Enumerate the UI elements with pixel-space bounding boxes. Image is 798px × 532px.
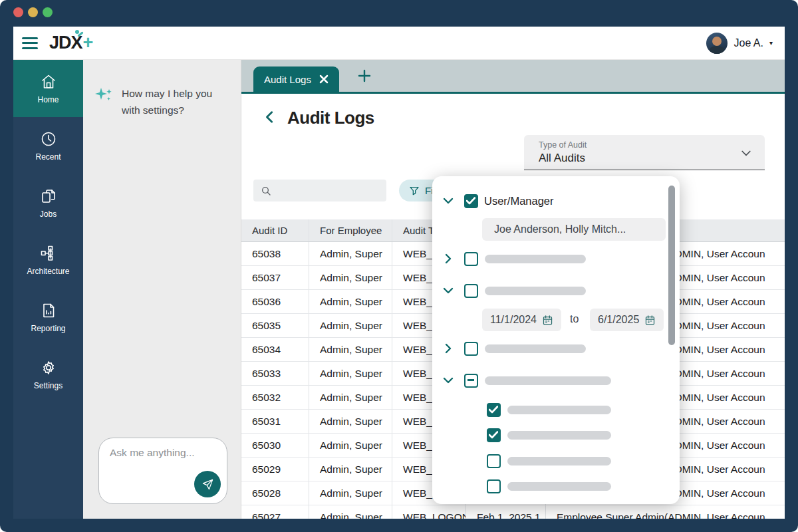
zoom-window-icon[interactable] [43,7,53,17]
table-cell: Feb 1, 2025 1 [466,505,546,519]
table-cell: Admin, Super [309,266,392,289]
logo-jd: JD [49,33,71,53]
sidebar-item-reporting[interactable]: Reporting [13,289,83,346]
table-cell: Admin, Super [309,242,392,265]
new-tab-button[interactable] [356,68,372,86]
search-input[interactable] [253,180,386,201]
table-cell: 65038 [241,242,309,265]
chevron-down-icon[interactable] [441,283,456,298]
table-cell: 65034 [241,338,309,361]
calendar-icon [542,315,553,326]
assistant-input-placeholder: Ask me anything... [110,447,195,459]
table-cell: 65035 [241,314,309,337]
tab-bar: Audit Logs [241,60,785,94]
checkbox-checked[interactable] [487,403,501,417]
reporting-icon [40,302,57,319]
checkbox-checked[interactable] [487,428,501,442]
checkbox-checked[interactable] [464,194,478,208]
send-button[interactable] [194,471,221,497]
funnel-icon [409,186,420,196]
user-name: Joe A. [733,37,763,49]
architecture-icon [40,245,57,262]
table-cell: Admin, Super [309,338,392,361]
date-from-input[interactable]: 11/1/2024 [482,309,561,331]
close-tab-icon[interactable] [319,74,329,84]
avatar [706,33,728,54]
sidebar-item-label: Home [37,95,59,104]
app-logo: JDX+ [49,33,92,53]
filter-group-label: User/Manager [484,195,554,207]
skeleton-bar [507,457,611,466]
type-of-audit-value: All Audits [539,152,585,165]
filter-child-option [432,400,611,419]
checkbox-unchecked[interactable] [464,342,478,356]
assistant-greeting-text: How may I help you with settings? [122,85,223,118]
calendar-icon [644,315,656,326]
page-title: Audit Logs [287,108,374,128]
filter-group-user-manager: User/Manager [432,192,554,210]
checkbox-unchecked[interactable] [487,479,501,493]
back-button[interactable] [263,110,277,127]
skeleton-bar [507,431,611,440]
checkbox-unchecked[interactable] [487,454,501,468]
table-cell: Admin, Super [309,314,392,337]
table-cell: Admin, Super [309,386,392,409]
table-cell: Admin, Super [309,505,392,519]
table-cell: Admin, Super [309,362,392,385]
logo-x: X [71,33,82,53]
clock-icon [40,130,57,148]
chevron-down-icon[interactable] [441,373,456,388]
assistant-greeting: How may I help you with settings? [94,85,223,118]
sidebar-item-label: Recent [35,152,61,162]
checkbox-unchecked[interactable] [464,284,478,298]
chevron-down-icon: ▾ [769,39,773,47]
skeleton-bar [485,287,586,295]
assistant-input[interactable]: Ask me anything... [98,438,227,504]
table-cell: 65030 [241,434,309,457]
checkbox-indeterminate[interactable] [464,374,478,388]
selected-users-text: Joe Anderson, Holly Mitch... [482,223,638,235]
hamburger-menu-icon[interactable] [22,37,38,49]
filter-child-option [432,426,611,444]
minimize-window-icon[interactable] [28,7,38,17]
sidebar-item-recent[interactable]: Recent [13,117,83,174]
sidebar-item-architecture[interactable]: Architecture [13,231,83,289]
search-icon [261,186,271,196]
table-cell: 65037 [241,266,309,289]
table-cell: 65028 [241,481,309,505]
sidebar-item-home[interactable]: Home [13,60,83,117]
settings-icon [40,359,57,376]
sidebar-item-label: Reporting [31,324,65,333]
app-header: JDX+ Joe A. ▾ [13,27,785,60]
sidebar-item-settings[interactable]: Settings [13,346,83,403]
close-window-icon[interactable] [13,7,23,17]
page-header: Audit Logs [241,108,374,128]
scrollbar-thumb[interactable] [668,186,675,345]
sidebar-item-label: Settings [34,381,63,390]
chevron-right-icon[interactable] [441,341,456,356]
user-menu[interactable]: Joe A. ▾ [706,33,773,54]
sidebar-item-jobs[interactable]: Jobs [13,174,83,231]
skeleton-bar [485,376,611,385]
table-cell: 65033 [241,362,309,385]
table-row[interactable]: 65027Admin, SuperWEB_LOGONFeb 1, 2025 1E… [241,505,785,519]
tab-label: Audit Logs [264,74,311,85]
chevron-right-icon[interactable] [441,251,456,266]
table-cell: Admin, Super [309,434,392,457]
sidebar-item-label: Jobs [40,209,57,219]
checkbox-unchecked[interactable] [464,252,478,266]
chevron-left-icon [263,110,277,124]
column-header: Audit ID [241,219,309,241]
table-cell: Admin, Super [309,290,392,313]
table-cell: 65029 [241,458,309,481]
table-cell: Employee Super Admin(ADMIN, User Accoun [546,505,785,519]
skeleton-bar [485,255,586,263]
tab-audit-logs[interactable]: Audit Logs [253,66,339,92]
chevron-down-icon[interactable] [441,194,456,208]
type-of-audit-select[interactable]: Type of Audit All Audits [524,135,765,170]
selected-users-chip[interactable]: Joe Anderson, Holly Mitch... [482,218,666,241]
date-to-input[interactable]: 6/1/2025 [590,309,664,331]
filter-group-5 [432,371,611,390]
filter-child-option [432,477,611,495]
table-cell: Admin, Super [309,481,392,505]
